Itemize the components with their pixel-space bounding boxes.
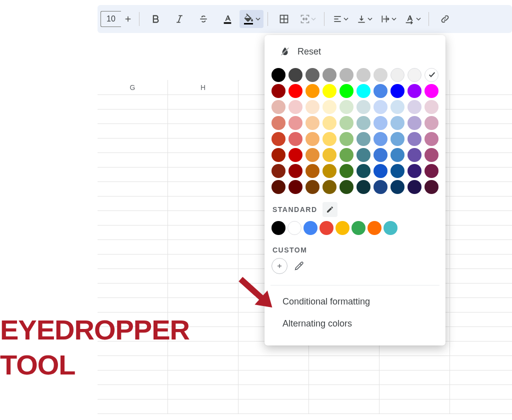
column-header[interactable]: G: [98, 80, 168, 95]
cell[interactable]: [168, 124, 238, 138]
cell[interactable]: [98, 95, 168, 110]
text-color-button[interactable]: [216, 10, 240, 28]
cell[interactable]: [168, 226, 238, 240]
cell[interactable]: [450, 124, 512, 138]
standard-color-swatch[interactable]: [304, 221, 318, 235]
color-swatch[interactable]: [306, 116, 320, 130]
standard-color-swatch[interactable]: [272, 221, 286, 235]
cell[interactable]: [450, 196, 512, 211]
color-swatch[interactable]: [306, 164, 320, 178]
color-swatch[interactable]: [322, 116, 336, 130]
cell[interactable]: [98, 226, 168, 240]
color-swatch[interactable]: [272, 116, 286, 130]
cell[interactable]: [309, 400, 380, 414]
color-swatch[interactable]: [408, 180, 422, 194]
cell[interactable]: [380, 356, 450, 370]
cell[interactable]: [98, 269, 168, 284]
color-swatch[interactable]: [340, 164, 354, 178]
column-header[interactable]: H: [168, 80, 238, 95]
cell[interactable]: [450, 153, 512, 168]
cell[interactable]: [380, 385, 450, 400]
borders-button[interactable]: [272, 10, 296, 28]
cell[interactable]: [168, 284, 238, 298]
color-swatch[interactable]: [356, 148, 370, 162]
cell[interactable]: [168, 240, 238, 254]
color-swatch[interactable]: [272, 68, 286, 82]
cell[interactable]: [98, 284, 168, 298]
cell[interactable]: [238, 356, 309, 370]
color-swatch[interactable]: [374, 148, 388, 162]
color-swatch[interactable]: [340, 68, 354, 82]
cell[interactable]: [98, 196, 168, 211]
color-swatch[interactable]: [322, 180, 336, 194]
vertical-align-button[interactable]: [352, 10, 376, 28]
color-swatch[interactable]: [272, 100, 286, 114]
color-swatch[interactable]: [408, 132, 422, 146]
color-swatch[interactable]: [288, 132, 302, 146]
cell[interactable]: [98, 240, 168, 254]
color-swatch[interactable]: [374, 116, 388, 130]
color-swatch[interactable]: [424, 180, 438, 194]
cell[interactable]: [98, 400, 168, 414]
cell[interactable]: [238, 385, 309, 400]
cell[interactable]: [309, 356, 380, 370]
color-swatch[interactable]: [408, 100, 422, 114]
cell[interactable]: [309, 370, 380, 385]
color-swatch[interactable]: [424, 116, 438, 130]
cell[interactable]: [450, 269, 512, 284]
column-header[interactable]: [450, 80, 512, 95]
cell[interactable]: [98, 138, 168, 153]
color-swatch[interactable]: [408, 164, 422, 178]
color-swatch[interactable]: [288, 180, 302, 194]
standard-color-swatch[interactable]: [384, 221, 398, 235]
italic-button[interactable]: [168, 10, 192, 28]
cell[interactable]: [450, 342, 512, 356]
cell[interactable]: [168, 110, 238, 124]
standard-color-swatch[interactable]: [352, 221, 366, 235]
cell[interactable]: [168, 196, 238, 211]
font-size-increase-button[interactable]: [121, 12, 135, 26]
color-swatch[interactable]: [374, 132, 388, 146]
cell[interactable]: [380, 400, 450, 414]
reset-color-button[interactable]: Reset: [272, 44, 438, 59]
cell[interactable]: [450, 400, 512, 414]
color-swatch[interactable]: [340, 116, 354, 130]
color-swatch[interactable]: [424, 148, 438, 162]
cell[interactable]: [450, 226, 512, 240]
cell[interactable]: [98, 168, 168, 182]
cell[interactable]: [98, 254, 168, 269]
standard-color-swatch[interactable]: [288, 221, 302, 235]
fill-color-button[interactable]: [240, 10, 264, 28]
color-swatch[interactable]: [306, 148, 320, 162]
standard-color-swatch[interactable]: [336, 221, 350, 235]
color-swatch[interactable]: [374, 84, 388, 98]
color-swatch[interactable]: [306, 100, 320, 114]
color-swatch[interactable]: [424, 132, 438, 146]
color-swatch[interactable]: [408, 68, 422, 82]
color-swatch[interactable]: [272, 84, 286, 98]
color-swatch[interactable]: [390, 100, 404, 114]
cell[interactable]: [98, 298, 168, 312]
cell[interactable]: [98, 211, 168, 226]
color-swatch[interactable]: [374, 100, 388, 114]
insert-link-button[interactable]: [433, 10, 457, 28]
cell[interactable]: [168, 211, 238, 226]
color-swatch[interactable]: [288, 148, 302, 162]
color-swatch[interactable]: [340, 100, 354, 114]
cell[interactable]: [450, 385, 512, 400]
color-swatch[interactable]: [306, 68, 320, 82]
color-swatch[interactable]: [356, 84, 370, 98]
font-size-input[interactable]: 10: [100, 11, 121, 27]
cell[interactable]: [98, 182, 168, 196]
color-swatch[interactable]: [340, 84, 354, 98]
cell[interactable]: [450, 254, 512, 269]
color-swatch[interactable]: [340, 180, 354, 194]
color-swatch[interactable]: [288, 116, 302, 130]
cell[interactable]: [450, 370, 512, 385]
color-swatch[interactable]: [288, 164, 302, 178]
cell[interactable]: [168, 182, 238, 196]
color-swatch[interactable]: [322, 132, 336, 146]
cell[interactable]: [450, 240, 512, 254]
cell[interactable]: [450, 327, 512, 342]
color-swatch[interactable]: [272, 148, 286, 162]
